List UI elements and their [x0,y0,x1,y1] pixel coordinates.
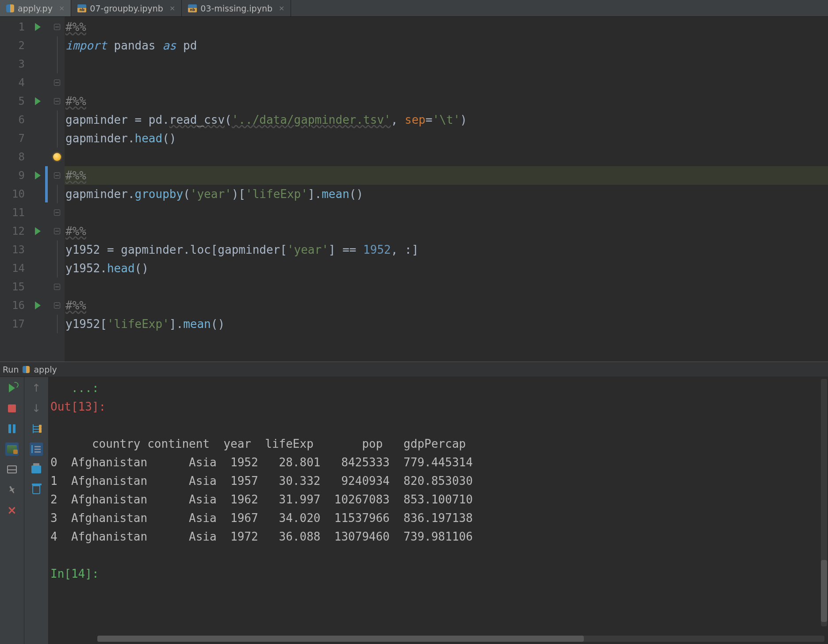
notebook-file-icon: nb [188,4,197,12]
intention-bulb-icon[interactable] [53,153,61,161]
ident: pd [176,39,197,52]
method-call: head [135,132,163,145]
run-tool-window: Run apply × ↑ ↓ ...: Out[13]: count [0,362,828,644]
blank-line [65,278,828,296]
kwarg: sep [405,113,426,126]
blank-line [65,55,828,73]
run-cell-icon[interactable] [35,171,41,179]
fold-toggle-icon[interactable] [54,284,60,290]
paren: () [162,132,176,145]
tab-apply-py[interactable]: apply.py × [0,0,71,16]
tab-07-groupby[interactable]: nb 07-groupby.ipynb × [71,0,182,16]
method-call: head [107,262,135,275]
line-number: 7 [0,129,30,148]
close-icon[interactable]: × [169,4,175,12]
code-text: gapminder = pd. [65,113,169,126]
cell-marker: #%% [65,20,86,34]
console-output[interactable]: ...: Out[13]: country continent year lif… [49,377,828,644]
stop-icon [8,404,16,412]
number: 1952 [363,243,391,256]
code-editor[interactable]: 1 2 3 4 5 6 7 8 9 10 11 12 13 14 15 16 1… [0,17,828,362]
tab-03-missing[interactable]: nb 03-missing.ipynb × [182,0,291,16]
func-call: read_csv [169,113,225,126]
trash-icon [32,485,40,494]
python-file-icon [23,366,30,373]
run-cell-icon[interactable] [35,97,41,105]
fold-toggle-icon[interactable] [54,302,60,309]
structure-button[interactable] [30,422,43,435]
string: 'lifeExp' [107,317,169,331]
run-cell-icon[interactable] [35,227,41,235]
table-row: 2 Afghanistan Asia 1962 31.997 10267083 … [50,490,828,509]
down-button[interactable]: ↓ [30,402,43,415]
attach-button[interactable] [5,442,19,456]
line-number: 5 [0,92,30,111]
layout-button[interactable] [5,463,19,476]
pause-button[interactable] [5,422,19,435]
clear-button[interactable] [30,483,43,496]
fold-guide [57,36,58,55]
print-button[interactable] [30,463,43,476]
code-text: gapminder. [65,132,135,145]
line-number: 9 [0,166,30,185]
stop-button[interactable] [5,402,19,415]
line-number: 10 [0,185,30,203]
vertical-scrollbar[interactable] [821,379,827,626]
line-number: 17 [0,315,30,333]
arrow-up-icon: ↑ [32,382,41,394]
line-number: 16 [0,296,30,315]
pin-icon [7,484,18,495]
paren: () [349,187,363,201]
line-number: 8 [0,148,30,166]
rerun-button[interactable] [5,381,19,395]
fold-toggle-icon[interactable] [54,98,60,104]
close-panel-button[interactable]: × [5,503,19,517]
fold-toggle-icon[interactable] [54,210,60,216]
paren: () [135,262,149,275]
paren: ( [225,113,232,126]
code-area[interactable]: #%% import pandas as pd #%% gapminder = … [65,17,828,362]
scrollbar-thumb[interactable] [97,636,584,642]
run-cell-icon[interactable] [35,301,41,309]
line-number: 3 [0,55,30,73]
run-cell-gutter [30,17,45,362]
bracket: ]. [169,317,183,331]
bracket: , :] [391,243,419,256]
blank-line [65,148,828,166]
fold-guide [57,259,58,278]
line-number: 15 [0,278,30,296]
console-out-label: Out[13]: [50,400,113,413]
close-icon: × [7,504,17,516]
close-icon[interactable]: × [279,4,284,12]
cell-marker: #%% [65,225,86,238]
kw-import: import [65,39,107,52]
paren: ) [460,113,467,126]
run-cell-icon[interactable] [35,23,41,31]
paren: () [211,317,225,331]
cell-marker: #%% [65,95,86,108]
kw-as: as [162,39,176,52]
arrow-down-icon: ↓ [32,402,41,415]
line-number: 11 [0,203,30,222]
fold-toggle-icon[interactable] [54,172,60,179]
tab-label: 03-missing.ipynb [200,4,272,13]
soft-wrap-icon [31,445,41,453]
run-tool-header[interactable]: Run apply [0,362,828,377]
layout-icon [7,465,17,473]
line-number: 4 [0,73,30,92]
soft-wrap-button[interactable] [30,442,43,456]
fold-toggle-icon[interactable] [54,24,60,30]
fold-toggle-icon[interactable] [54,228,60,234]
string: 'year' [190,187,232,201]
scrollbar-thumb[interactable] [821,560,827,622]
fold-guide [57,129,58,148]
comma: , [391,113,405,126]
pin-button[interactable] [5,483,19,496]
run-config-name: apply [34,365,57,374]
close-icon[interactable]: × [59,4,65,12]
line-number: 6 [0,111,30,129]
method-call: mean [322,187,349,201]
up-button[interactable]: ↑ [30,381,43,395]
fold-toggle-icon[interactable] [54,80,60,86]
horizontal-scrollbar[interactable] [97,636,824,642]
